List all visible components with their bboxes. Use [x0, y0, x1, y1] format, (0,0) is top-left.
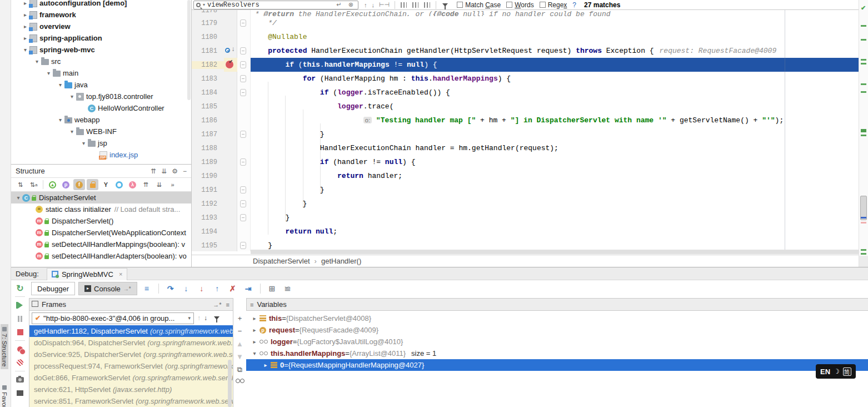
- line-number[interactable]: 1182: [192, 61, 224, 69]
- chevron-icon[interactable]: ▾: [21, 47, 29, 53]
- tree-item-overview[interactable]: ▸overview: [11, 21, 191, 32]
- code-line-1186[interactable]: 1186 o: "Testing handler map [" + hm + "…: [192, 113, 859, 127]
- line-number[interactable]: 1193: [192, 214, 224, 222]
- structure-item[interactable]: ▾CDispatcherServlet: [11, 192, 191, 204]
- code-line-1184[interactable]: 1184 if (logger.isTraceEnabled()) {: [192, 86, 859, 100]
- line-number[interactable]: 1183: [192, 75, 224, 83]
- fold-marker[interactable]: [237, 211, 251, 225]
- frame-row[interactable]: service:851, FrameworkServlet (org.sprin…: [29, 395, 233, 407]
- fold-marker[interactable]: [237, 72, 251, 86]
- show-properties-icon[interactable]: p: [60, 179, 72, 190]
- code-line-1183[interactable]: 1183 for (HandlerMapping hm : this.handl…: [192, 72, 859, 86]
- fold-marker[interactable]: [237, 155, 251, 169]
- line-number[interactable]: 1185: [192, 103, 224, 111]
- code-line-1191[interactable]: 1191 }: [192, 183, 859, 197]
- code-line-1192[interactable]: 1192 }: [192, 197, 859, 211]
- chevron-icon[interactable]: ▾: [251, 350, 258, 356]
- override-gutter-icon[interactable]: ↓: [224, 44, 237, 58]
- tree-item-jsp[interactable]: ▾jsp: [11, 137, 191, 149]
- chevron-icon[interactable]: ▾: [56, 82, 64, 88]
- stripe-mark[interactable]: [861, 222, 866, 224]
- structure-collapse-all-icon[interactable]: ⇊: [153, 179, 165, 190]
- words-checkbox[interactable]: [506, 2, 512, 8]
- stripe-mark[interactable]: [861, 129, 866, 132]
- frame-row[interactable]: service:621, HttpServlet (javax.servlet.…: [29, 384, 233, 395]
- breadcrumb-method[interactable]: getHandler(): [321, 257, 361, 265]
- code-line-1188[interactable]: 1188 HandlerExecutionChain handler = hm.…: [192, 141, 859, 155]
- next-frame-icon[interactable]: ↓: [204, 314, 207, 322]
- line-number[interactable]: 1187: [192, 131, 224, 138]
- tree-item-spring-web-mvc[interactable]: ▾spring-web-mvc: [11, 44, 191, 56]
- line-number[interactable]: 1181: [192, 47, 224, 55]
- show-objects-icon[interactable]: [113, 179, 125, 190]
- structure-item[interactable]: mDispatcherServlet(): [11, 215, 191, 227]
- run-to-cursor-icon[interactable]: ⇥: [242, 282, 255, 295]
- stripe-mark[interactable]: [861, 249, 866, 251]
- toolwindow-button-structure[interactable]: 7: Structure: [1, 324, 8, 369]
- force-step-into-icon[interactable]: ↓: [196, 282, 208, 295]
- find-previous-icon[interactable]: ↑: [364, 2, 367, 8]
- tab-debugger[interactable]: Debugger: [31, 282, 75, 295]
- sort-by-visibility-icon[interactable]: ⇅: [14, 179, 26, 190]
- stripe-mark[interactable]: [861, 63, 866, 64]
- sort-alphabetically-icon[interactable]: ⇅a: [28, 179, 39, 190]
- inspection-ok-icon[interactable]: ✔: [861, 4, 866, 12]
- drop-frame-icon[interactable]: ✗: [227, 282, 239, 295]
- more-options-icon[interactable]: »: [167, 179, 178, 190]
- restore-layout-button[interactable]: [13, 386, 27, 400]
- code-line-1181[interactable]: 1181↓ protected HandlerExecutionChain ge…: [192, 44, 859, 58]
- frames-scrollbar[interactable]: [228, 360, 232, 407]
- fold-marker[interactable]: [237, 127, 251, 141]
- code-line-1185[interactable]: 1185 logger.trace(: [192, 100, 859, 113]
- show-anonymous-icon[interactable]: Y: [100, 179, 112, 190]
- chevron-icon[interactable]: ▸: [262, 362, 270, 368]
- tree-item-src[interactable]: ▾src: [11, 56, 191, 67]
- stripe-mark[interactable]: [861, 217, 866, 219]
- show-lambdas-icon[interactable]: λ: [127, 179, 138, 190]
- chevron-icon[interactable]: ▸: [21, 35, 29, 41]
- variable-row-0[interactable]: ▸0 = {RequestMappingHandlerMapping@4027}: [246, 359, 868, 371]
- tree-item-helloworldcontroller[interactable]: CHelloWorldController: [11, 102, 191, 114]
- tree-item-framework[interactable]: ▸framework: [11, 9, 191, 21]
- move-watch-up-icon[interactable]: ▲: [236, 340, 243, 348]
- pause-button[interactable]: [13, 312, 27, 325]
- find-next-icon[interactable]: ↓: [372, 2, 375, 8]
- line-number[interactable]: 1184: [192, 89, 224, 97]
- frame-row[interactable]: doGet:866, FrameworkServlet (org.springf…: [29, 372, 233, 384]
- chevron-icon[interactable]: ▾: [14, 195, 22, 201]
- words-label[interactable]: Words: [515, 1, 533, 9]
- tree-item-top-fjy8018-controller[interactable]: ▾top.fjy8018.controller: [11, 91, 191, 102]
- debug-session-tab[interactable]: SpringWebMVC ×: [47, 268, 127, 280]
- line-number[interactable]: 1188: [192, 145, 224, 152]
- stripe-mark[interactable]: [861, 59, 866, 61]
- stripe-mark[interactable]: [861, 135, 866, 136]
- settings-layout-icon[interactable]: ≌: [282, 282, 294, 295]
- evaluate-expression-icon[interactable]: ⊞: [266, 282, 278, 295]
- search-filter-selection-icon[interactable]: [424, 2, 430, 8]
- fold-marker[interactable]: [237, 239, 251, 251]
- tree-item-autoconfiguration-demo-[interactable]: ▸autoconfiguration [demo]: [11, 0, 191, 9]
- toolwindow-button-favorites[interactable]: Favorites: [1, 383, 8, 407]
- layout-menu-icon[interactable]: ≡: [141, 282, 153, 295]
- line-number[interactable]: 1192: [192, 200, 224, 208]
- rerun-button[interactable]: ↻: [13, 281, 27, 295]
- line-number[interactable]: 1195: [192, 242, 224, 250]
- chevron-icon[interactable]: ▾: [68, 93, 76, 100]
- hide-panel-icon[interactable]: −: [183, 167, 187, 175]
- structure-item[interactable]: msetDetectAllHandlerAdapters(boolean): v…: [11, 250, 191, 262]
- match-case-checkbox[interactable]: [457, 2, 463, 8]
- stripe-mark[interactable]: [861, 83, 866, 85]
- search-filter-literals-icon[interactable]: [401, 2, 407, 8]
- chevron-icon[interactable]: ▾: [56, 117, 64, 123]
- tree-item-java[interactable]: ▾java: [11, 79, 191, 91]
- variables-menu-icon[interactable]: ≡: [250, 301, 253, 308]
- chevron-icon[interactable]: ▾: [68, 128, 76, 135]
- hide-library-frames-icon[interactable]: [214, 316, 220, 320]
- structure-item[interactable]: mDispatcherServlet(WebApplicationContext: [11, 227, 191, 239]
- line-number[interactable]: 1178: [192, 10, 224, 14]
- line-number[interactable]: 1189: [192, 158, 224, 166]
- frames-menu-icon[interactable]: ≡: [226, 301, 230, 308]
- frame-row[interactable]: doDispatch:964, DispatcherServlet (org.s…: [29, 337, 233, 349]
- stop-button[interactable]: [13, 325, 27, 339]
- line-number[interactable]: 1180: [192, 33, 224, 41]
